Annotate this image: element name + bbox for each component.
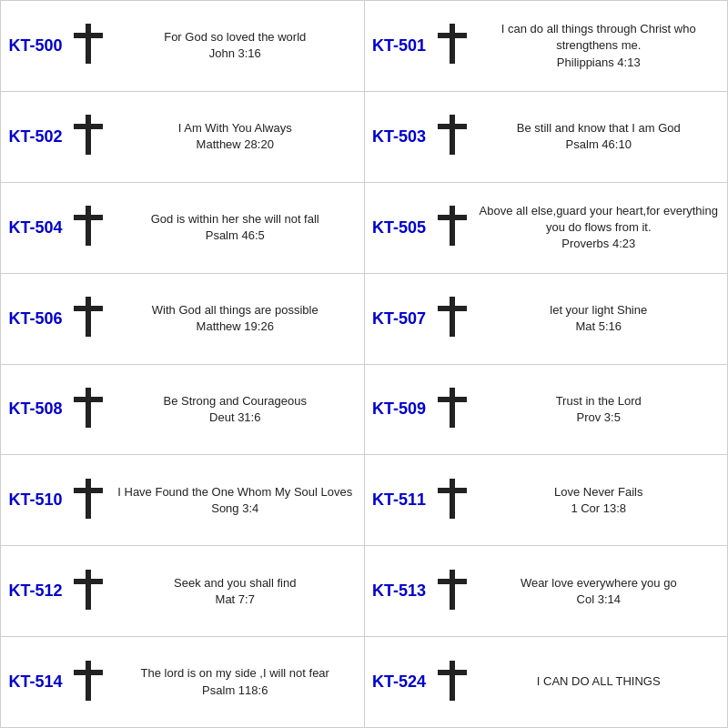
product-cell: KT-511 Love Never Fails1 Cor 13:8 [365, 455, 729, 546]
product-cell: KT-506 With God all things are possibleM… [1, 274, 365, 365]
cross-icon [438, 388, 467, 431]
product-cell: KT-508 Be Strong and CourageousDeut 31:6 [1, 365, 365, 456]
svg-rect-18 [450, 388, 455, 428]
svg-rect-30 [450, 661, 455, 701]
product-id: KT-501 [369, 36, 430, 56]
verse-text: God is within her she will not fall [151, 212, 319, 226]
verse-text: I Have Found the One Whom My Soul Loves [117, 485, 352, 499]
verse-reference: Deut 31:6 [110, 410, 360, 426]
svg-rect-13 [74, 306, 103, 311]
product-text: For God so loved the worldJohn 3:16 [110, 29, 360, 62]
cross-icon [438, 206, 467, 249]
cross-icon [438, 661, 467, 704]
product-text: With God all things are possibleMatthew … [110, 302, 360, 335]
product-id: KT-510 [5, 490, 66, 510]
verse-text: Trust in the Lord [556, 394, 642, 408]
product-text: Be still and know that I am GodPsalm 46:… [474, 120, 724, 153]
verse-reference: Philippians 4:13 [474, 55, 724, 71]
product-text: Love Never Fails1 Cor 13:8 [474, 484, 724, 517]
svg-rect-11 [438, 215, 467, 220]
svg-rect-5 [74, 124, 103, 129]
cross-icon [438, 570, 467, 613]
product-cell: KT-513 Wear love everywhere you goCol 3:… [365, 546, 729, 637]
svg-rect-4 [86, 115, 91, 155]
verse-reference: Psalm 46:5 [110, 228, 360, 244]
product-text: The lord is on my side ,I will not fearP… [110, 665, 360, 698]
product-grid: KT-500 For God so loved the worldJohn 3:… [0, 0, 728, 728]
product-cell: KT-524 I CAN DO ALL THINGS [365, 637, 729, 728]
verse-text: Love Never Fails [554, 485, 643, 499]
product-id: KT-500 [5, 36, 66, 56]
verse-text: Wear love everywhere you go [521, 576, 677, 590]
product-text: I Am With You AlwaysMatthew 28:20 [110, 120, 360, 153]
product-cell: KT-510 I Have Found the One Whom My Soul… [1, 455, 365, 546]
product-text: Trust in the LordProv 3:5 [474, 393, 724, 426]
svg-rect-7 [438, 124, 467, 129]
product-cell: KT-505 Above all else,guard your heart,f… [365, 183, 729, 274]
svg-rect-26 [450, 570, 455, 610]
verse-reference: Proverbs 4:23 [474, 236, 724, 252]
product-cell: KT-501 I can do all things through Chris… [365, 1, 729, 92]
verse-text: For God so loved the world [164, 30, 306, 44]
verse-reference: Matthew 28:20 [110, 136, 360, 153]
svg-rect-19 [438, 397, 467, 402]
product-text: Wear love everywhere you goCol 3:14 [474, 575, 724, 608]
product-text: let your light ShineMat 5:16 [474, 302, 724, 335]
cross-icon [438, 297, 467, 340]
product-id: KT-504 [5, 218, 66, 238]
cross-icon [74, 388, 103, 431]
svg-rect-21 [74, 488, 103, 493]
product-text: I Have Found the One Whom My Soul LovesS… [110, 484, 360, 517]
product-id: KT-507 [369, 309, 430, 329]
product-id: KT-524 [369, 672, 430, 692]
verse-text: The lord is on my side ,I will not fear [141, 666, 329, 680]
verse-text: Be still and know that I am God [517, 121, 681, 135]
product-cell: KT-509 Trust in the LordProv 3:5 [365, 365, 729, 456]
verse-text: I Am With You Always [178, 121, 292, 135]
product-cell: KT-507 let your light ShineMat 5:16 [365, 274, 729, 365]
svg-rect-0 [86, 24, 91, 64]
product-text: Be Strong and CourageousDeut 31:6 [110, 393, 360, 426]
verse-text: Seek and you shall find [174, 576, 296, 590]
product-text: Seek and you shall findMat 7:7 [110, 575, 360, 608]
product-id: KT-502 [5, 127, 66, 147]
verse-reference: Matthew 19:26 [110, 318, 360, 335]
verse-reference: Prov 3:5 [474, 410, 724, 426]
product-id: KT-503 [369, 127, 430, 147]
cross-icon [74, 297, 103, 340]
svg-rect-12 [86, 297, 91, 337]
verse-reference: Mat 7:7 [110, 592, 360, 608]
svg-rect-29 [74, 670, 103, 675]
svg-rect-16 [86, 388, 91, 428]
svg-rect-23 [438, 488, 467, 493]
cross-icon [438, 115, 467, 158]
svg-rect-28 [86, 661, 91, 701]
cross-icon [74, 570, 103, 613]
cross-icon [74, 24, 103, 67]
product-id: KT-514 [5, 672, 66, 692]
product-cell: KT-500 For God so loved the worldJohn 3:… [1, 1, 365, 92]
product-cell: KT-514 The lord is on my side ,I will no… [1, 637, 365, 728]
product-text: Above all else,guard your heart,for ever… [474, 203, 724, 253]
product-id: KT-509 [369, 399, 430, 419]
svg-rect-24 [86, 570, 91, 610]
verse-text: I can do all things through Christ who s… [501, 22, 696, 52]
verse-text: I CAN DO ALL THINGS [537, 674, 661, 688]
svg-rect-9 [74, 215, 103, 220]
verse-reference: Song 3:4 [110, 500, 360, 517]
product-id: KT-508 [5, 399, 66, 419]
product-text: God is within her she will not fallPsalm… [110, 211, 360, 244]
svg-rect-17 [74, 397, 103, 402]
product-id: KT-505 [369, 218, 430, 238]
svg-rect-2 [450, 24, 455, 64]
verse-text: Be Strong and Courageous [163, 394, 307, 408]
product-cell: KT-503 Be still and know that I am GodPs… [365, 92, 729, 183]
cross-icon [438, 479, 467, 522]
svg-rect-8 [86, 206, 91, 246]
svg-rect-27 [438, 579, 467, 584]
svg-rect-1 [74, 33, 103, 38]
cross-icon [74, 661, 103, 704]
svg-rect-20 [86, 479, 91, 519]
svg-rect-25 [74, 579, 103, 584]
verse-reference: 1 Cor 13:8 [474, 500, 724, 517]
